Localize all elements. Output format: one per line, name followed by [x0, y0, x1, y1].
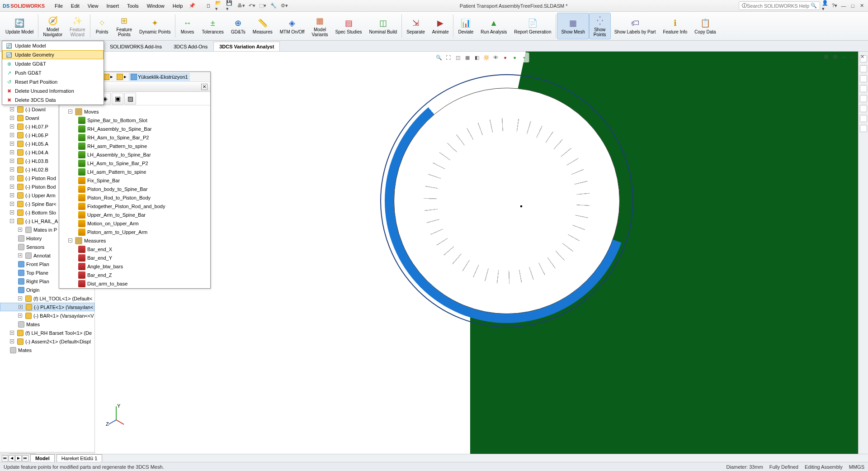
update-model-button[interactable]: 🔄Update Model [2, 13, 37, 39]
dd-push-gdt[interactable]: ↗Push GD&T [2, 68, 104, 77]
expand-icon[interactable]: + [18, 296, 22, 300]
expand-icon[interactable]: + [10, 150, 14, 154]
menu-view[interactable]: View [84, 1, 102, 10]
expand-icon[interactable]: + [10, 124, 14, 128]
print-button[interactable]: 🖶▾ [237, 2, 245, 10]
nav-tree[interactable]: −Moves Spine_Bar_to_Bottom_SlotRH_Assemb… [59, 105, 210, 288]
feature-info-button[interactable]: ℹFeature Info [659, 13, 691, 39]
help-search[interactable]: ⓘ 🔍 [739, 1, 820, 10]
display-style-icon[interactable]: ▦ [463, 53, 472, 62]
appearance-icon[interactable]: ● [501, 53, 509, 62]
appearance2-icon[interactable]: ● [511, 53, 519, 62]
tab-addons[interactable]: 3DCS Add-Ons [168, 42, 213, 51]
vp-dock-icon[interactable]: ⊞ [822, 52, 830, 61]
expand-icon[interactable]: + [18, 314, 22, 318]
menu-window[interactable]: Window [143, 1, 168, 10]
breadcrumb-segment[interactable]: ▸ [115, 74, 128, 80]
separate-button[interactable]: ⇲Separate [403, 13, 429, 39]
scene-icon[interactable]: 🔆 [482, 53, 491, 62]
nav-close-button[interactable]: ✕ [201, 84, 208, 90]
nav-move-item[interactable]: Upper_Arm_to_Spine_Bar [62, 210, 208, 219]
new-doc-button[interactable]: 🗋 [204, 2, 212, 10]
spec-studies-button[interactable]: ▤Spec Studies [332, 13, 366, 39]
run-analysis-button[interactable]: ▲Run Analysis [477, 13, 510, 39]
show-points-button[interactable]: ⁛Show Points [589, 13, 611, 39]
pin-icon[interactable]: 📌 [189, 3, 195, 9]
maximize-button[interactable]: □ [849, 2, 856, 10]
nav-move-item[interactable]: RH_asm_Pattern_to_spine [62, 142, 208, 150]
breadcrumb-last[interactable]: Yükseklik-Ekstrüzyon1 [129, 73, 190, 81]
tab-addins[interactable]: SOLIDWORKS Add-Ins [104, 42, 168, 51]
nav-move-item[interactable]: Spine_Bar_to_Bottom_Slot [62, 116, 208, 124]
dd-delete-3dcs[interactable]: ✖Delete 3DCS Data [2, 95, 104, 105]
tab-model[interactable]: Model [30, 454, 55, 462]
options-button[interactable]: ⚙▾ [280, 2, 288, 10]
open-button[interactable]: 📂▾ [215, 2, 223, 10]
nav-move-item[interactable]: LH_Assembly_to_Spine_Bar [62, 150, 208, 159]
vp-dock2-icon[interactable]: ⊟ [831, 52, 839, 61]
dynamic-points-button[interactable]: ✦Dynamic Points [136, 13, 174, 39]
feature-points-button[interactable]: ⊞Feature Points [113, 13, 136, 39]
save-button[interactable]: 💾▾ [226, 2, 234, 10]
model-variants-button[interactable]: ▦Model Variants [308, 13, 332, 39]
expand-icon[interactable]: + [18, 228, 22, 232]
rebuild-button[interactable]: 🔧 [269, 2, 278, 10]
expand-icon[interactable]: + [10, 176, 14, 180]
rail-appearances-icon[interactable] [860, 105, 867, 112]
moves-button[interactable]: ↔Moves [176, 13, 198, 39]
nav-move-item[interactable]: Piston_arm_to_Upper_Arm [62, 228, 208, 236]
expand-icon[interactable]: + [10, 202, 14, 206]
expand-icon[interactable]: + [10, 210, 14, 214]
vcr-last[interactable]: ⏭ [22, 455, 28, 461]
nominal-build-button[interactable]: ◫Nominal Build [365, 13, 401, 39]
tree-selected-item[interactable]: +(-) PLATE<1> (Varsayılan< [0, 303, 94, 311]
vp-max-icon[interactable]: □ [849, 52, 857, 61]
menu-help[interactable]: Help [169, 1, 187, 10]
expand-icon[interactable]: + [10, 142, 14, 146]
view-triad[interactable]: YZ [105, 404, 127, 427]
expand-icon[interactable]: + [10, 133, 14, 137]
nav-move-item[interactable]: Piston_Rod_to_Piston_Body [62, 193, 208, 202]
dd-update-geometry[interactable]: 🔃Update Geometry [2, 50, 104, 59]
view-orient-icon[interactable]: ◫ [454, 53, 462, 62]
feature-wizard-button[interactable]: ✨Feature Wizard [66, 13, 89, 39]
zoom-area-icon[interactable]: ⛶ [444, 53, 453, 62]
nav-move-item[interactable]: RH_Assembly_to_Spine_Bar [62, 124, 208, 133]
expand-icon[interactable]: + [18, 253, 22, 257]
expand-icon[interactable]: + [10, 331, 14, 335]
expand-icon[interactable]: + [10, 193, 14, 197]
model-navigator-button[interactable]: 🧭Model Navigator [39, 13, 66, 39]
nav-measure-item[interactable]: Dist_arm_to_base [62, 279, 208, 288]
vcr-first[interactable]: ⏮ [2, 455, 8, 461]
rail-design-lib-icon[interactable] [860, 75, 867, 82]
search-icon[interactable]: 🔍 [811, 3, 817, 9]
expand-icon[interactable]: + [10, 107, 14, 111]
expand-icon[interactable]: + [10, 159, 14, 163]
search-input[interactable] [747, 3, 811, 9]
menu-file[interactable]: File [51, 1, 66, 10]
tab-motion-study[interactable]: Hareket Etüdü 1 [57, 454, 103, 462]
vcr-prev[interactable]: ◀ [9, 455, 15, 461]
rail-custom-props-icon[interactable] [860, 115, 867, 122]
expand-icon[interactable]: + [19, 305, 23, 309]
nav-move-item[interactable]: RH_Asm_to_Spine_Bar_P2 [62, 133, 208, 142]
help-button[interactable]: ?▾ [831, 2, 838, 10]
minimize-button[interactable]: — [840, 2, 847, 10]
dd-delete-unused[interactable]: ✖Delete Unused Information [2, 86, 104, 95]
zoom-fit-icon[interactable]: 🔍 [435, 53, 443, 62]
dd-reset-part[interactable]: ↺Reset Part Position [2, 77, 104, 86]
mtm-button[interactable]: ◈MTM On/Off [276, 13, 308, 39]
3d-viewport[interactable]: 🔍 ⛶ ◫ ▦ ◧ 🔆 👁 ● ● ▪ ⊞ ⊟ — □ ✕ YZ [95, 52, 868, 458]
expand-icon[interactable]: − [68, 109, 72, 114]
nav-measure-item[interactable]: Bar_end_Z [62, 271, 208, 279]
dd-update-model[interactable]: 🔄Update Model [2, 41, 104, 50]
expand-icon[interactable]: − [68, 238, 72, 243]
expand-icon[interactable]: − [10, 219, 14, 223]
vp-close-icon[interactable]: ✕ [858, 52, 866, 61]
undo-button[interactable]: ↶▾ [248, 2, 256, 10]
menu-edit[interactable]: Edit [67, 1, 83, 10]
nav-move-item[interactable]: Piston_body_to_Spine_Bar [62, 185, 208, 193]
vcr-next[interactable]: ▶ [15, 455, 22, 461]
nav-tb6[interactable]: ▨ [124, 93, 136, 105]
menu-insert[interactable]: Insert [103, 1, 123, 10]
